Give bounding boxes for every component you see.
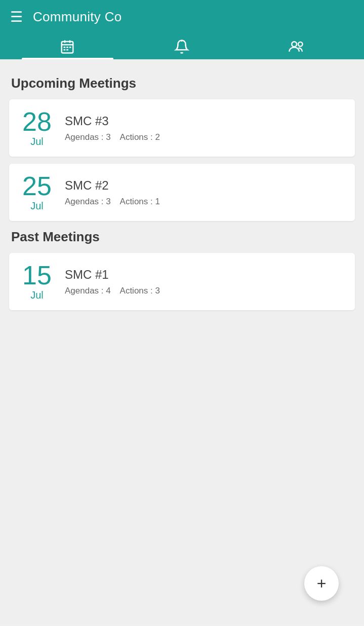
app-title: Community Co <box>33 9 122 25</box>
meeting-info-smc2: SMC #2 Agendas : 3 Actions : 1 <box>65 178 345 207</box>
main-content: Upcoming Meetings 28 Jul SMC #3 Agendas … <box>0 59 364 624</box>
date-block-smc2: 25 Jul <box>19 173 55 212</box>
calendar-icon <box>60 39 75 54</box>
actions-smc2: Actions : 1 <box>120 197 160 206</box>
svg-rect-8 <box>66 49 68 51</box>
upcoming-section-header: Upcoming Meetings <box>9 76 355 91</box>
date-day-smc2: 25 <box>22 173 52 199</box>
meeting-info-smc1: SMC #1 Agendas : 4 Actions : 3 <box>65 268 345 296</box>
meeting-card-smc2[interactable]: 25 Jul SMC #2 Agendas : 3 Actions : 1 <box>9 164 355 221</box>
svg-rect-6 <box>69 47 71 48</box>
tab-notifications[interactable] <box>125 32 239 59</box>
svg-rect-7 <box>64 49 66 51</box>
svg-rect-5 <box>66 47 68 48</box>
meeting-meta-smc3: Agendas : 3 Actions : 2 <box>65 132 345 142</box>
date-block-smc1: 15 Jul <box>19 262 55 301</box>
meeting-title-smc2: SMC #2 <box>65 178 345 193</box>
svg-point-12 <box>292 42 297 47</box>
actions-smc3: Actions : 2 <box>120 132 160 142</box>
meeting-card-smc3[interactable]: 28 Jul SMC #3 Agendas : 3 Actions : 2 <box>9 99 355 157</box>
people-icon <box>288 39 305 54</box>
date-month-smc3: Jul <box>30 136 44 148</box>
date-day-smc3: 28 <box>22 108 52 135</box>
fab-plus-icon: + <box>317 574 327 593</box>
meeting-title-smc1: SMC #1 <box>65 268 345 282</box>
svg-point-13 <box>298 42 303 47</box>
meeting-meta-smc2: Agendas : 3 Actions : 1 <box>65 197 345 207</box>
app-header: ☰ Community Co <box>0 0 364 59</box>
meeting-title-smc3: SMC #3 <box>65 114 345 128</box>
agendas-smc3: Agendas : 3 <box>65 132 111 142</box>
agendas-smc2: Agendas : 3 <box>65 197 111 206</box>
bell-icon <box>174 39 189 54</box>
tab-calendar[interactable] <box>10 32 125 59</box>
tab-people[interactable] <box>239 32 354 59</box>
svg-rect-4 <box>64 47 66 48</box>
agendas-smc1: Agendas : 4 <box>65 286 111 296</box>
date-month-smc2: Jul <box>30 200 44 212</box>
meeting-meta-smc1: Agendas : 4 Actions : 3 <box>65 286 345 296</box>
meeting-info-smc3: SMC #3 Agendas : 3 Actions : 2 <box>65 114 345 142</box>
date-day-smc1: 15 <box>22 262 52 288</box>
date-block-smc3: 28 Jul <box>19 108 55 148</box>
date-month-smc1: Jul <box>30 289 44 301</box>
actions-smc1: Actions : 3 <box>120 286 160 296</box>
meeting-card-smc1[interactable]: 15 Jul SMC #1 Agendas : 4 Actions : 3 <box>9 253 355 310</box>
hamburger-menu-icon[interactable]: ☰ <box>10 10 23 24</box>
tab-bar <box>10 32 354 59</box>
past-section-header: Past Meetings <box>9 229 355 245</box>
fab-add-button[interactable]: + <box>304 566 339 601</box>
